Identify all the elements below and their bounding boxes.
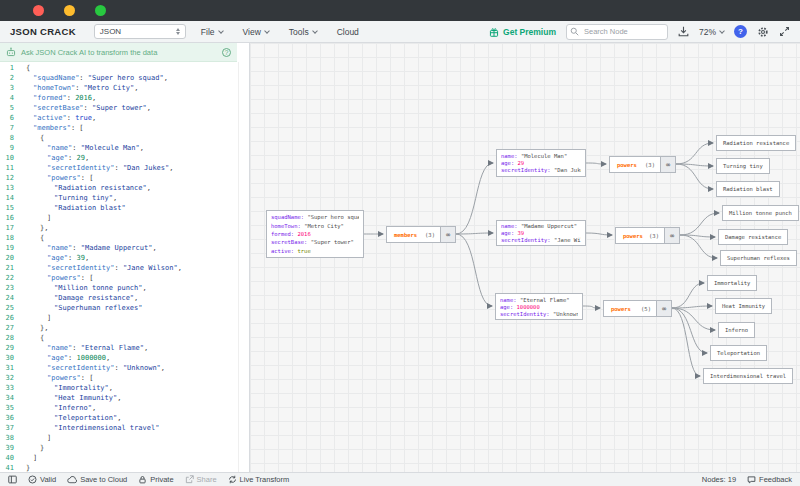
graph-node-leaf-8[interactable]: Heat Immunity	[715, 298, 772, 314]
editor-line[interactable]: 14"Turning tiny",	[0, 193, 238, 203]
line-number: 27	[0, 323, 22, 333]
graph-node-member-2[interactable]: name: "Madame Uppercut"age: 39secretIden…	[496, 220, 586, 246]
editor-line[interactable]: 36"Teleportation",	[0, 413, 238, 423]
graph-node-member-3[interactable]: name: "Eternal Flame"age: 1000000secretI…	[495, 293, 583, 320]
graph-node-powers-2[interactable]: powers(3)∞	[615, 227, 680, 244]
graph-node-leaf-11[interactable]: Interdimensional travel	[703, 368, 793, 384]
settings-button[interactable]	[757, 26, 769, 38]
collapse-link-icon[interactable]: ∞	[664, 228, 679, 243]
editor-line[interactable]: 32"powers": [	[0, 373, 238, 383]
graph-node-powers-3[interactable]: powers(5)∞	[603, 300, 672, 317]
help-circle-icon[interactable]: ?	[222, 48, 231, 57]
minimize-window-button[interactable]	[64, 5, 75, 16]
editor-line[interactable]: 27},	[0, 323, 238, 333]
graph-node-member-1[interactable]: name: "Molecule Man"age: 29secretIdentit…	[496, 149, 586, 177]
code-text: "Inferno",	[22, 403, 96, 413]
editor-line[interactable]: 29"name": "Eternal Flame",	[0, 343, 238, 353]
editor-scrollbar[interactable]	[238, 62, 249, 472]
editor-line[interactable]: 22"powers": [	[0, 273, 238, 283]
editor-line[interactable]: 11"secretIdentity": "Dan Jukes",	[0, 163, 238, 173]
editor-line[interactable]: 7"members": [	[0, 123, 238, 133]
get-premium-button[interactable]: Get Premium	[489, 27, 556, 37]
code-text: },	[22, 223, 48, 233]
graph-canvas[interactable]: squadName: "Super hero squad"homeTown: "…	[250, 43, 800, 472]
search-node-input[interactable]	[566, 24, 668, 40]
feedback-button[interactable]: Feedback	[747, 475, 792, 484]
graph-node-leaf-10[interactable]: Teleportation	[710, 345, 767, 361]
editor-line[interactable]: 21"secretIdentity": "Jane Wilson",	[0, 263, 238, 273]
ai-prompt-bar[interactable]: Ask JSON Crack AI to transform the data …	[0, 43, 237, 62]
code-text: "name": "Madame Uppercut",	[22, 243, 157, 253]
editor-line[interactable]: 15"Radiation blast"	[0, 203, 238, 213]
graph-node-leaf-2[interactable]: Turning tiny	[716, 158, 770, 174]
graph-node-leaf-9[interactable]: Inferno	[718, 322, 755, 338]
editor-line[interactable]: 19"name": "Madame Uppercut",	[0, 243, 238, 253]
editor-line[interactable]: 28{	[0, 333, 238, 343]
editor-line[interactable]: 30"age": 1000000,	[0, 353, 238, 363]
share-button[interactable]: Share	[185, 475, 217, 484]
collapse-link-icon[interactable]: ∞	[440, 227, 455, 242]
graph-node-leaf-3[interactable]: Radiation blast	[716, 181, 780, 197]
menu-view[interactable]: View	[238, 24, 274, 40]
download-image-button[interactable]	[678, 26, 689, 37]
menu-file[interactable]: File	[196, 24, 228, 40]
graph-node-root[interactable]: squadName: "Super hero squad"homeTown: "…	[266, 210, 364, 258]
editor-line[interactable]: 39}	[0, 443, 238, 453]
editor-line[interactable]: 1{	[0, 63, 238, 73]
editor-line[interactable]: 35"Inferno",	[0, 403, 238, 413]
graph-node-leaf-1[interactable]: Radiation resistance	[716, 135, 796, 151]
editor-line[interactable]: 3"homeTown": "Metro City",	[0, 83, 238, 93]
editor-line[interactable]: 38]	[0, 433, 238, 443]
editor-line[interactable]: 9"name": "Molecule Man",	[0, 143, 238, 153]
editor-line[interactable]: 24"Damage resistance",	[0, 293, 238, 303]
collapse-link-icon[interactable]: ∞	[656, 301, 671, 316]
editor-line[interactable]: 13"Radiation resistance",	[0, 183, 238, 193]
editor-line[interactable]: 2"squadName": "Super hero squad",	[0, 73, 238, 83]
graph-node-leaf-6[interactable]: Superhuman reflexes	[720, 250, 797, 266]
editor-line[interactable]: 37"Interdimensional travel"	[0, 423, 238, 433]
help-button[interactable]: ?	[734, 25, 747, 38]
editor-line[interactable]: 17},	[0, 223, 238, 233]
graph-node-leaf-5[interactable]: Damage resistance	[718, 229, 788, 245]
toggle-panel-button[interactable]	[8, 475, 17, 484]
editor-line[interactable]: 25"Superhuman reflexes"	[0, 303, 238, 313]
maximize-window-button[interactable]	[95, 5, 106, 16]
code-text: {	[22, 233, 44, 243]
editor-line[interactable]: 4"formed": 2016,	[0, 93, 238, 103]
editor-line[interactable]: 18{	[0, 233, 238, 243]
editor-line[interactable]: 26]	[0, 313, 238, 323]
editor-line[interactable]: 33"Immortality",	[0, 383, 238, 393]
editor-line[interactable]: 12"powers": [	[0, 173, 238, 183]
editor-line[interactable]: 41}	[0, 463, 238, 472]
editor-line[interactable]: 20"age": 39,	[0, 253, 238, 263]
json-editor[interactable]: 1{2"squadName": "Super hero squad",3"hom…	[0, 62, 238, 472]
live-transform-toggle[interactable]: Live Transform	[228, 475, 290, 484]
close-window-button[interactable]	[33, 5, 44, 16]
save-to-cloud-button[interactable]: Save to Cloud	[67, 475, 127, 484]
graph-node-leaf-4[interactable]: Million tonne punch	[722, 205, 799, 221]
editor-line[interactable]: 5"secretBase": "Super tower",	[0, 103, 238, 113]
app-logo[interactable]: JSON CRACK	[10, 26, 76, 37]
editor-line[interactable]: 6"active": true,	[0, 113, 238, 123]
collapse-link-icon[interactable]: ∞	[660, 157, 675, 172]
editor-line[interactable]: 23"Million tonne punch",	[0, 283, 238, 293]
editor-line[interactable]: 10"age": 29,	[0, 153, 238, 163]
editor-line[interactable]: 16]	[0, 213, 238, 223]
graph-node-leaf-7[interactable]: Immortality	[707, 275, 757, 291]
private-button[interactable]: Private	[138, 475, 173, 484]
code-text: }	[22, 463, 30, 472]
fullscreen-button[interactable]	[779, 26, 790, 37]
editor-line[interactable]: 34"Heat Immunity",	[0, 393, 238, 403]
graph-node-powers-1[interactable]: powers(3)∞	[609, 156, 676, 173]
menu-tools[interactable]: Tools	[284, 24, 322, 40]
code-text: ]	[22, 433, 51, 443]
editor-line[interactable]: 40]	[0, 453, 238, 463]
node-row: secretIdentity: "Unknown"	[500, 311, 578, 317]
gift-icon	[489, 27, 499, 37]
editor-line[interactable]: 8{	[0, 133, 238, 143]
menu-cloud[interactable]: Cloud	[332, 24, 364, 40]
format-select[interactable]: JSON	[94, 24, 186, 39]
editor-line[interactable]: 31"secretIdentity": "Unknown",	[0, 363, 238, 373]
zoom-control[interactable]: 72%	[699, 27, 724, 37]
graph-node-members[interactable]: members(3)∞	[386, 226, 456, 243]
